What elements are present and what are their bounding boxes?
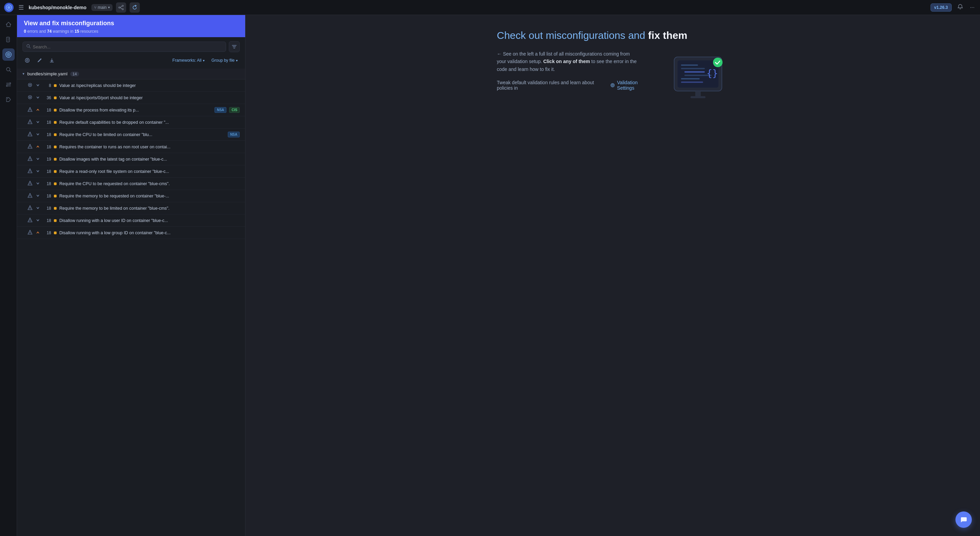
issue-severity-dot [54,207,57,210]
issue-count: 18 [43,231,51,235]
info-desc-2-start: Tweak default validation rules and learn… [497,80,608,91]
info-title-normal: Check out misconfigurations and [497,30,648,41]
errors-count: 0 [24,29,26,34]
issue-text: Require the memory to be limited on cont… [59,206,240,211]
issue-expand-icon[interactable] [35,182,40,186]
file-group-chevron-icon[interactable]: ▾ [22,72,25,76]
issue-row[interactable]: 18 Requires the container to runs as non… [17,141,245,153]
svg-point-21 [29,84,31,86]
issue-row[interactable]: 18 Require a read-only root file system … [17,165,245,178]
issue-text: Disallow running with a low user ID on c… [59,218,240,223]
info-link-row: Tweak default validation rules and learn… [497,80,654,91]
issue-text: Disallow the process from elevating its … [59,108,212,113]
frameworks-label: Frameworks: All [173,58,202,63]
issue-tag-nsa: NSA [228,132,240,137]
banner-subtitle: 0 errors and 74 warnings in 15 resources [24,29,239,34]
sidebar-item-search[interactable] [2,64,15,76]
svg-rect-40 [681,68,705,69]
issue-expand-icon[interactable] [35,194,40,198]
issue-count: 18 [43,206,51,211]
svg-point-23 [29,97,31,98]
groupby-label: Group by file [212,58,235,63]
svg-point-27 [30,147,30,148]
branch-name: main [98,5,107,10]
svg-point-3 [122,8,123,10]
search-input[interactable] [33,45,222,49]
sidebar-item-validation[interactable] [2,48,15,61]
svg-line-6 [120,8,122,9]
share-button[interactable] [116,2,126,13]
issue-row[interactable]: 18 Require the memory to be limited on c… [17,202,245,215]
issue-expand-icon[interactable] [35,96,40,100]
svg-text:{}: {} [706,68,718,79]
issue-type-icon [27,193,33,199]
issue-severity-dot [54,219,57,222]
refresh-button[interactable] [130,2,140,13]
download-action-button[interactable] [47,56,57,65]
issue-expand-icon[interactable] [35,206,40,210]
groupby-dropdown[interactable]: Group by file ▾ [209,57,240,64]
issue-row[interactable]: 18 Require default capabilities to be dr… [17,116,245,129]
header-banner: View and fix misconfigurations 0 errors … [17,15,245,37]
issue-severity-dot [54,121,57,124]
svg-point-14 [7,98,8,99]
svg-point-31 [30,196,30,197]
svg-point-28 [30,159,30,160]
hamburger-icon[interactable]: ☰ [17,4,25,11]
issue-row[interactable]: 18 Require the memory to be requested on… [17,190,245,202]
sidebar-item-tags[interactable] [2,94,15,106]
issue-type-icon [27,132,33,137]
issue-row[interactable]: 36 Value at /spec/ports/0/port should be… [17,92,245,104]
issue-expand-icon[interactable] [35,157,40,161]
issue-type-icon [27,169,33,174]
issue-expand-icon[interactable] [35,120,40,124]
search-icon [26,44,31,49]
sidebar-item-home[interactable] [2,18,15,31]
sidebar-item-compare[interactable] [2,78,15,91]
groupby-chevron-icon: ▾ [236,59,238,62]
chat-button[interactable] [955,511,972,528]
branch-icon: ⑂ [94,5,97,10]
issue-row[interactable]: 18 Disallow running with a low user ID o… [17,215,245,227]
validation-settings-link[interactable]: Validation Settings [617,80,654,91]
sidebar-item-files[interactable] [2,33,15,46]
frameworks-dropdown[interactable]: Frameworks: All ▾ [170,57,207,64]
right-panel: Check out misconfigurations and fix them… [245,15,980,536]
issue-row[interactable]: 19 Disallow images with the latest tag o… [17,153,245,165]
issue-expand-icon[interactable] [35,169,40,173]
issue-row[interactable]: 18 Disallow running with a low group ID … [17,227,245,239]
notifications-icon[interactable] [955,4,965,11]
issue-count: 18 [43,132,51,137]
issue-row[interactable]: 18 Require the CPU to be requested on co… [17,178,245,190]
info-card: Check out misconfigurations and fix them… [497,29,729,105]
filter-button[interactable] [229,41,240,52]
info-description-1: ← See on the left a full list of all mis… [497,50,640,73]
issue-count: 18 [43,169,51,174]
left-panel: View and fix misconfigurations 0 errors … [17,15,245,536]
sidebar [0,15,17,536]
search-box[interactable] [22,41,226,52]
issue-expand-icon[interactable] [35,219,40,223]
branch-selector[interactable]: ⑂ main ▾ [91,4,113,11]
issue-type-icon [27,83,33,88]
svg-point-18 [27,60,28,61]
monitor-illustration: {} [667,50,732,105]
issue-expand-icon[interactable] [35,145,40,149]
issue-row[interactable]: 8 Value at /spec/replicas should be inte… [17,80,245,92]
issue-text: Require default capabilities to be dropp… [59,120,240,125]
svg-marker-13 [6,97,11,102]
issue-expand-icon[interactable] [35,84,40,87]
issue-severity-dot [54,84,57,87]
more-options-icon[interactable]: ··· [969,5,976,11]
issue-row[interactable]: 18 Require the CPU to be limited on cont… [17,129,245,141]
issue-tag-cis: CIS [229,107,240,113]
issue-expand-icon[interactable] [35,133,40,137]
issue-row[interactable]: 18 Disallow the process from elevating i… [17,104,245,116]
info-illustration: {} [667,50,729,105]
svg-point-25 [30,123,30,123]
issue-expand-icon[interactable] [35,108,40,112]
sync-action-button[interactable] [22,56,32,65]
app-logo [4,3,14,12]
edit-action-button[interactable] [35,56,45,65]
issue-expand-icon[interactable] [35,231,40,235]
